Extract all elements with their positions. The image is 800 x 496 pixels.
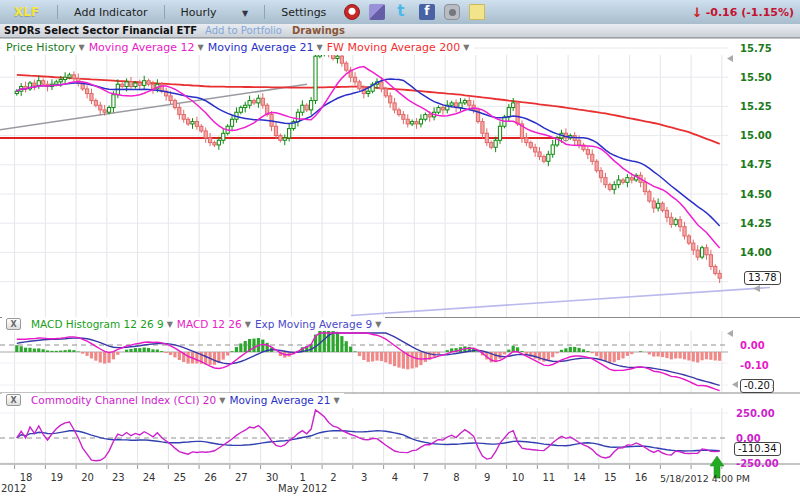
legend-macd-signal[interactable]: Exp Moving Average 9 ▼ bbox=[255, 318, 381, 330]
svg-text:1: 1 bbox=[300, 472, 306, 483]
chevron-down-icon: ▼ bbox=[167, 320, 173, 329]
settings-button[interactable]: Settings bbox=[273, 4, 334, 21]
down-arrow-icon: ↓ bbox=[692, 5, 703, 20]
svg-text:9: 9 bbox=[484, 472, 490, 483]
svg-text:7: 7 bbox=[423, 472, 429, 483]
chevron-down-icon: ▼ bbox=[78, 43, 84, 52]
toolbar-divider bbox=[164, 5, 165, 19]
svg-text:4: 4 bbox=[392, 472, 398, 483]
svg-text:2012: 2012 bbox=[1, 483, 26, 494]
svg-text:15.25: 15.25 bbox=[740, 101, 772, 112]
close-macd-panel-button[interactable]: X bbox=[6, 318, 21, 330]
chevron-down-icon: ▼ bbox=[375, 320, 381, 329]
legend-label: Moving Average 21 bbox=[229, 394, 330, 406]
price-change-badge: ↓ -0.16 (-1.15%) bbox=[692, 5, 794, 20]
svg-text:14.00: 14.00 bbox=[740, 247, 772, 258]
svg-text:15: 15 bbox=[604, 472, 617, 483]
instrument-name: SPDRs Select Sector Financial ETF bbox=[4, 25, 197, 36]
toolbar-divider bbox=[264, 5, 265, 19]
close-cci-panel-button[interactable]: X bbox=[6, 394, 21, 406]
change-text: -0.16 (-1.15%) bbox=[706, 6, 794, 19]
alerts-icon[interactable] bbox=[344, 4, 360, 20]
cci-value-badge: -110.34 bbox=[734, 442, 781, 456]
legend-macd-histogram[interactable]: MACD Histogram 12 26 9 ▼ bbox=[31, 318, 173, 330]
svg-text:10: 10 bbox=[512, 472, 525, 483]
svg-text:15.00: 15.00 bbox=[740, 130, 772, 141]
chevron-down-icon: ▼ bbox=[333, 396, 339, 405]
svg-text:16: 16 bbox=[635, 472, 648, 483]
legend-cci-line[interactable]: Commodity Channel Index (CCI) 20 ▼ bbox=[31, 394, 225, 406]
svg-text:30: 30 bbox=[266, 472, 279, 483]
svg-text:250.00: 250.00 bbox=[736, 408, 775, 419]
chevron-down-icon: ▼ bbox=[317, 43, 323, 52]
toolbar-divider bbox=[57, 5, 58, 19]
svg-text:11: 11 bbox=[542, 472, 555, 483]
legend-label: FW Moving Average 200 bbox=[327, 41, 461, 54]
legend-ma21[interactable]: Moving Average 21 ▼ bbox=[208, 41, 323, 54]
svg-text:15.50: 15.50 bbox=[740, 72, 772, 83]
svg-text:18: 18 bbox=[20, 472, 33, 483]
timeframe-dropdown[interactable]: Hourly ▼ bbox=[173, 4, 257, 21]
svg-text:19: 19 bbox=[50, 472, 63, 483]
svg-text:14.50: 14.50 bbox=[740, 189, 772, 200]
legend-label: MACD 12 26 bbox=[177, 318, 242, 330]
svg-text:0.00: 0.00 bbox=[740, 340, 765, 351]
svg-text:26: 26 bbox=[204, 472, 217, 483]
legend-label: Moving Average 12 bbox=[89, 41, 195, 54]
legend-label: Exp Moving Average 9 bbox=[255, 318, 372, 330]
svg-text:2: 2 bbox=[330, 472, 336, 483]
svg-text:20: 20 bbox=[81, 472, 94, 483]
legend-price-history[interactable]: Price History ▼ bbox=[6, 41, 85, 54]
facebook-icon[interactable] bbox=[419, 4, 435, 20]
svg-text:14.25: 14.25 bbox=[740, 218, 772, 229]
price-panel-legend: Price History ▼ Moving Average 12 ▼ Movi… bbox=[2, 40, 474, 55]
twitter-icon[interactable] bbox=[394, 4, 410, 20]
chevron-down-icon: ▼ bbox=[198, 43, 204, 52]
chevron-down-icon: ▼ bbox=[242, 9, 248, 18]
svg-text:14: 14 bbox=[573, 472, 586, 483]
last-price-badge: 13.78 bbox=[744, 271, 781, 285]
last-bar-timestamp: 5/18/2012 4:00 PM bbox=[660, 473, 750, 484]
svg-text:-250.00: -250.00 bbox=[736, 458, 779, 469]
toolbar: XLF Add Indicator Hourly ▼ Settings ↓ -0… bbox=[0, 0, 800, 24]
symbol-info-bar: SPDRs Select Sector Financial ETF Add to… bbox=[0, 24, 800, 38]
legend-label: MACD Histogram 12 26 9 bbox=[31, 318, 164, 330]
chevron-down-icon: ▼ bbox=[219, 396, 225, 405]
chevron-down-icon: ▼ bbox=[463, 43, 469, 52]
add-to-portfolio-link[interactable]: Add to Portfolio bbox=[205, 25, 282, 36]
legend-label: Moving Average 21 bbox=[208, 41, 314, 54]
svg-text:3: 3 bbox=[361, 472, 367, 483]
camera-icon[interactable] bbox=[444, 4, 460, 20]
notes-icon[interactable] bbox=[469, 4, 485, 20]
chart-canvas[interactable]: 15.7515.5015.2515.0014.7514.5014.2514.00… bbox=[0, 0, 800, 496]
timeframe-value: Hourly bbox=[181, 6, 217, 19]
legend-label: Price History bbox=[6, 41, 75, 54]
drawings-menu[interactable]: Drawings bbox=[292, 25, 345, 36]
svg-text:8: 8 bbox=[453, 472, 459, 483]
macd-expand-icon[interactable]: › bbox=[771, 381, 775, 391]
cci-panel-header: X Commodity Channel Index (CCI) 20 ▼ Mov… bbox=[2, 393, 344, 407]
add-indicator-button[interactable]: Add Indicator bbox=[66, 4, 155, 21]
svg-text:27: 27 bbox=[235, 472, 248, 483]
svg-text:14.75: 14.75 bbox=[740, 159, 772, 170]
legend-cci-ma[interactable]: Moving Average 21 ▼ bbox=[229, 394, 339, 406]
cube-icon[interactable] bbox=[369, 4, 385, 20]
macd-panel-header: X MACD Histogram 12 26 9 ▼ MACD 12 26 ▼ … bbox=[2, 317, 385, 331]
macd-value-badge: -0.20 bbox=[740, 379, 774, 393]
svg-text:25: 25 bbox=[173, 472, 186, 483]
svg-text:May 2012: May 2012 bbox=[278, 483, 327, 494]
svg-text:-0.10: -0.10 bbox=[740, 360, 769, 371]
svg-text:24: 24 bbox=[143, 472, 156, 483]
charting-app: 15.7515.5015.2515.0014.7514.5014.2514.00… bbox=[0, 0, 800, 496]
legend-ma200[interactable]: FW Moving Average 200 ▼ bbox=[327, 41, 470, 54]
legend-macd-line[interactable]: MACD 12 26 ▼ bbox=[177, 318, 251, 330]
svg-text:23: 23 bbox=[112, 472, 125, 483]
legend-label: Commodity Channel Index (CCI) 20 bbox=[31, 394, 216, 406]
chevron-down-icon: ▼ bbox=[245, 320, 251, 329]
toolbar-icon-group bbox=[344, 4, 485, 20]
svg-text:15.75: 15.75 bbox=[740, 43, 772, 54]
symbol-label: XLF bbox=[14, 5, 39, 19]
legend-ma12[interactable]: Moving Average 12 ▼ bbox=[89, 41, 204, 54]
